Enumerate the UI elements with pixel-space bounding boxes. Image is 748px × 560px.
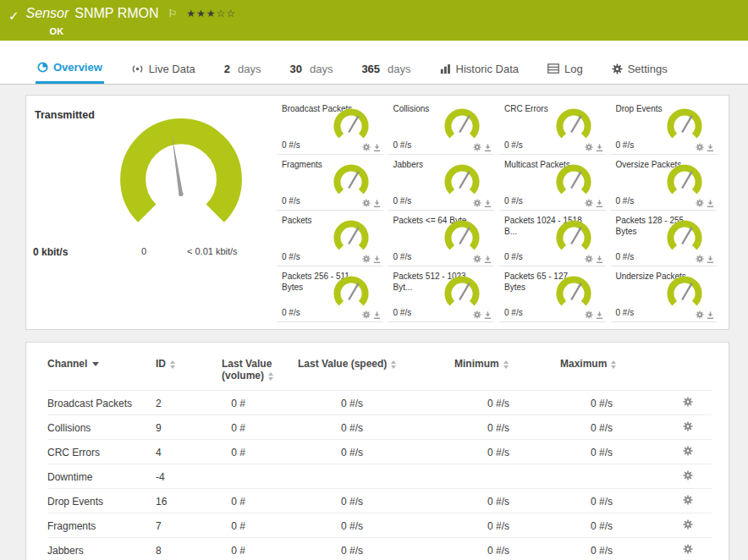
channel-settings-gear-icon[interactable] xyxy=(473,199,481,207)
channel-mini-gauge[interactable]: Collisions 0 #/s xyxy=(388,99,495,155)
col-header-last-value-volume[interactable]: Last Value (volume) xyxy=(222,346,298,391)
channel-settings-gear-icon[interactable] xyxy=(696,255,704,263)
tab-number: 365 xyxy=(361,63,380,75)
sort-arrows-icon xyxy=(503,360,509,369)
channel-settings-gear-icon[interactable] xyxy=(362,199,371,207)
channel-settings-gear-icon[interactable] xyxy=(683,397,693,407)
channel-id-cell: 7 xyxy=(156,513,222,538)
channel-settings-gear-icon[interactable] xyxy=(683,421,693,431)
channel-table-row: Downtime -4 xyxy=(47,464,712,489)
sensor-header: ✓ Sensor SNMP RMON ⚐ ★★★☆☆ OK xyxy=(0,0,748,41)
channel-name-cell[interactable]: Jabbers xyxy=(47,538,156,560)
channel-mini-gauge[interactable]: Undersize Packets 0 #/s xyxy=(611,266,718,322)
mini-gauge-value: 0 #/s xyxy=(504,308,523,317)
mini-gauge-dial xyxy=(554,107,593,145)
col-header-last-value-speed[interactable]: Last Value (speed) xyxy=(298,346,454,391)
mini-gauge-dial xyxy=(665,107,704,145)
download-icon[interactable] xyxy=(484,311,492,319)
channel-mini-gauge[interactable]: Oversize Packets 0 #/s xyxy=(611,155,718,211)
channel-name-cell[interactable]: CRC Errors xyxy=(47,440,156,464)
channel-settings-gear-icon[interactable] xyxy=(696,199,704,207)
channel-settings-gear-icon[interactable] xyxy=(473,255,481,263)
download-icon[interactable] xyxy=(596,255,603,263)
channel-settings-gear-icon[interactable] xyxy=(473,143,481,151)
channel-mini-gauge[interactable]: Packets 65 - 127 Bytes 0 #/s xyxy=(499,266,606,322)
channel-mini-gauge[interactable]: Drop Events 0 #/s xyxy=(611,99,718,155)
channel-settings-gear-icon[interactable] xyxy=(585,255,593,263)
channel-settings-gear-icon[interactable] xyxy=(585,143,593,151)
mini-gauge-actions xyxy=(473,310,492,319)
tab-settings[interactable]: Settings xyxy=(610,53,669,84)
channel-settings-gear-icon[interactable] xyxy=(696,143,704,151)
channel-mini-gauge[interactable]: Packets 512 - 1023 Byt... 0 #/s xyxy=(388,266,495,322)
channel-table-panel: Channel ID Last Value (volume) Last Valu… xyxy=(25,342,729,560)
tab-historic-data[interactable]: Historic Data xyxy=(438,53,520,84)
tab-label: Historic Data xyxy=(456,63,519,75)
channel-name-cell[interactable]: Broadcast Packets xyxy=(47,391,156,415)
last-value-speed-cell: 0 #/s xyxy=(298,391,454,415)
download-icon[interactable] xyxy=(373,144,381,151)
channel-settings-gear-icon[interactable] xyxy=(362,143,371,151)
tab-log[interactable]: Log xyxy=(546,53,585,84)
col-header-maximum[interactable]: Maximum xyxy=(560,346,663,391)
tab-number: 30 xyxy=(289,63,301,75)
channel-settings-gear-icon[interactable] xyxy=(473,310,481,319)
download-icon[interactable] xyxy=(373,311,381,319)
channel-name-cell[interactable]: Collisions xyxy=(47,415,156,440)
download-icon[interactable] xyxy=(707,200,714,207)
col-header-minimum[interactable]: Minimum xyxy=(454,346,560,391)
mini-gauge-value: 0 #/s xyxy=(616,252,635,261)
channel-settings-gear-icon[interactable] xyxy=(683,544,693,554)
tab-overview[interactable]: Overview xyxy=(36,53,104,84)
channel-settings-gear-icon[interactable] xyxy=(683,446,693,456)
minimum-cell: 0 #/s xyxy=(454,391,560,415)
minimum-cell: 0 #/s xyxy=(454,538,560,560)
tab-live-data[interactable]: Live Data xyxy=(129,53,197,84)
channel-mini-gauge[interactable]: Packets 0 #/s xyxy=(277,211,383,266)
mini-gauge-value: 0 #/s xyxy=(504,196,523,206)
channel-mini-gauge[interactable]: Multicast Packets 0 #/s xyxy=(499,155,606,211)
col-header-id[interactable]: ID xyxy=(156,346,222,391)
download-icon[interactable] xyxy=(484,255,492,263)
channel-settings-gear-icon[interactable] xyxy=(585,310,593,319)
download-icon[interactable] xyxy=(596,144,603,151)
channel-name-cell[interactable]: Drop Events xyxy=(47,489,156,513)
channel-settings-gear-icon[interactable] xyxy=(362,310,371,319)
channel-mini-gauge[interactable]: Fragments 0 #/s xyxy=(277,155,383,211)
download-icon[interactable] xyxy=(596,311,603,319)
download-icon[interactable] xyxy=(484,144,492,151)
channel-settings-gear-icon[interactable] xyxy=(696,310,704,319)
channel-mini-gauge[interactable]: Packets 128 - 255 Bytes 0 #/s xyxy=(611,211,718,266)
download-icon[interactable] xyxy=(373,200,381,207)
last-value-volume-cell: 0 # xyxy=(222,440,298,464)
channel-settings-gear-icon[interactable] xyxy=(683,495,693,505)
download-icon[interactable] xyxy=(707,144,714,151)
channel-name-cell[interactable]: Downtime xyxy=(47,464,156,489)
priority-stars[interactable]: ★★★☆☆ xyxy=(186,8,236,19)
channel-mini-gauge[interactable]: Jabbers 0 #/s xyxy=(388,155,495,211)
channel-table-row: Collisions 9 0 # 0 #/s 0 #/s 0 #/s xyxy=(47,415,712,440)
mini-gauge-value: 0 #/s xyxy=(616,140,635,150)
download-icon[interactable] xyxy=(707,255,714,263)
tab-365-days[interactable]: 365 days xyxy=(360,53,412,84)
main-gauge[interactable]: Transmitted 0 kbit/s 0 < 0.01 kbit/s xyxy=(26,96,272,329)
channel-mini-gauge[interactable]: Packets <= 64 Byte 0 #/s xyxy=(388,211,495,266)
download-icon[interactable] xyxy=(596,200,603,207)
channel-mini-gauge[interactable]: Broadcast Packets 0 #/s xyxy=(277,99,383,155)
col-header-channel[interactable]: Channel xyxy=(47,346,156,391)
download-icon[interactable] xyxy=(484,200,492,207)
download-icon[interactable] xyxy=(373,255,381,263)
channel-settings-gear-icon[interactable] xyxy=(683,470,693,480)
mini-gauge-actions xyxy=(696,143,714,151)
channel-settings-gear-icon[interactable] xyxy=(683,519,693,530)
channel-settings-gear-icon[interactable] xyxy=(585,199,593,207)
channel-settings-gear-icon[interactable] xyxy=(362,255,371,263)
channel-mini-gauge[interactable]: Packets 1024 - 1518 B... 0 #/s xyxy=(499,211,606,266)
tab-2-days[interactable]: 2 days xyxy=(223,53,263,84)
tab-30-days[interactable]: 30 days xyxy=(288,53,334,84)
channel-name-cell[interactable]: Fragments xyxy=(47,513,156,538)
flag-icon[interactable]: ⚐ xyxy=(168,8,178,19)
channel-mini-gauge[interactable]: CRC Errors 0 #/s xyxy=(499,99,606,155)
download-icon[interactable] xyxy=(707,311,714,319)
channel-mini-gauge[interactable]: Packets 256 - 511 Bytes 0 #/s xyxy=(277,266,383,322)
